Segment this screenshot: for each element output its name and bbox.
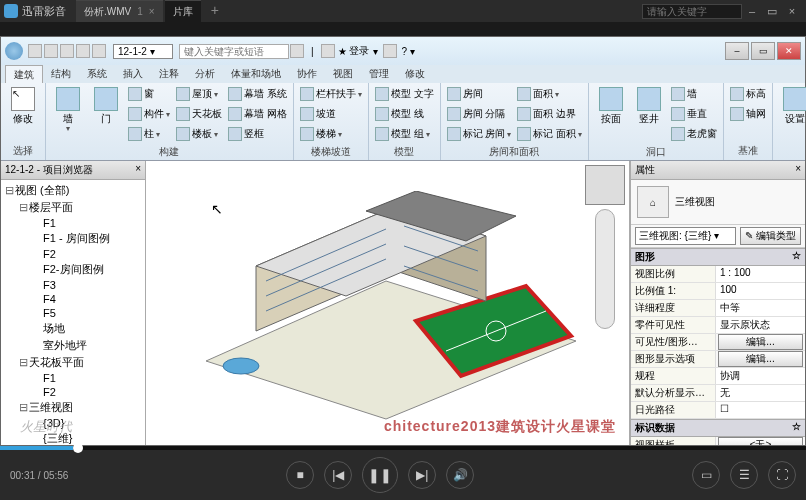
tree-item[interactable]: F2-房间图例 [3, 261, 143, 278]
close-icon[interactable]: × [149, 6, 155, 17]
tree-item[interactable]: F1 [3, 371, 143, 385]
settings-button[interactable]: ☰ [730, 461, 758, 489]
tree-item[interactable]: F2 [3, 247, 143, 261]
tree-item[interactable]: ⊟楼层平面 [3, 199, 143, 216]
open-file-button[interactable]: ▭ [692, 461, 720, 489]
room-sep-button[interactable]: 房间 分隔 [445, 105, 514, 123]
tag-area-button[interactable]: 标记 面积▾ [515, 125, 584, 143]
prop-row[interactable]: 零件可见性显示原状态 [631, 317, 805, 334]
fullscreen-button[interactable]: ⛶ [768, 461, 796, 489]
area-button[interactable]: 面积▾ [515, 85, 584, 103]
model-text-button[interactable]: 模型 文字 [373, 85, 436, 103]
dormer-button[interactable]: 老虎窗 [669, 125, 719, 143]
prop-row[interactable]: 视图比例1 : 100 [631, 266, 805, 283]
minimize-icon[interactable]: – [742, 5, 762, 17]
navigation-bar[interactable] [595, 209, 615, 329]
tree-item[interactable]: F2 [3, 385, 143, 399]
curtain-grid-button[interactable]: 幕墙 网格 [226, 105, 289, 123]
model-group-button[interactable]: 模型 组▾ [373, 125, 436, 143]
ramp-button[interactable]: 坡道 [298, 105, 364, 123]
component-button[interactable]: 构件▾ [126, 105, 172, 123]
doc-selector[interactable]: 12-1-2 ▾ [113, 44, 173, 59]
tree-item[interactable]: ⊟视图 (全部) [3, 182, 143, 199]
player-tab-library[interactable]: 片库 [165, 0, 201, 22]
qat-print-icon[interactable] [92, 44, 106, 58]
ribbon-tab-massing[interactable]: 体量和场地 [223, 65, 289, 83]
next-button[interactable]: ▶| [408, 461, 436, 489]
qat-undo-icon[interactable] [60, 44, 74, 58]
qat-open-icon[interactable] [28, 44, 42, 58]
floor-button[interactable]: 楼板▾ [174, 125, 224, 143]
maximize-icon[interactable]: ▭ [762, 5, 782, 18]
prop-row[interactable]: 可见性/图形…编辑... [631, 334, 805, 351]
mullion-button[interactable]: 竖框 [226, 125, 289, 143]
add-tab-button[interactable]: + [203, 0, 227, 22]
by-face-button[interactable]: 按面 [593, 85, 629, 126]
close-icon[interactable]: 1 [137, 6, 143, 17]
close-icon[interactable]: × [782, 5, 802, 17]
curtain-system-button[interactable]: 幕墙 系统 [226, 85, 289, 103]
level-button[interactable]: 标高 [728, 85, 768, 103]
view-cube[interactable] [585, 165, 625, 205]
window-button[interactable]: 窗 [126, 85, 172, 103]
panel-close-icon[interactable]: × [135, 163, 141, 177]
instance-selector[interactable]: 三维视图: {三维} ▾ [635, 227, 736, 245]
login-link[interactable]: 登录 [349, 44, 369, 58]
ribbon-tab-structure[interactable]: 结构 [43, 65, 79, 83]
ribbon-tab-view[interactable]: 视图 [325, 65, 361, 83]
progress-bar[interactable] [0, 446, 806, 450]
edit-type-button[interactable]: ✎ 编辑类型 [740, 227, 801, 245]
model-line-button[interactable]: 模型 线 [373, 105, 436, 123]
column-button[interactable]: 柱▾ [126, 125, 172, 143]
tree-item[interactable]: 室外地坪 [3, 337, 143, 354]
set-workplane-button[interactable]: 设置 [777, 85, 806, 126]
ribbon-tab-modify[interactable]: 修改 [397, 65, 433, 83]
tree-item[interactable]: F5 [3, 306, 143, 320]
search-icon[interactable] [290, 44, 304, 58]
subscription-icon[interactable] [321, 44, 335, 58]
app-maximize-button[interactable]: ▭ [751, 42, 775, 60]
railing-button[interactable]: 栏杆扶手▾ [298, 85, 364, 103]
prop-row[interactable]: 默认分析显示…无 [631, 385, 805, 402]
tag-room-button[interactable]: 标记 房间▾ [445, 125, 514, 143]
app-menu-orb[interactable] [5, 42, 23, 60]
properties-grid[interactable]: 图形☆视图比例1 : 100比例值 1:100详细程度中等零件可见性显示原状态可… [631, 248, 805, 445]
prop-row[interactable]: 视图样板<无> [631, 437, 805, 445]
prop-row[interactable]: 比例值 1:100 [631, 283, 805, 300]
qat-redo-icon[interactable] [76, 44, 90, 58]
modify-button[interactable]: ↖修改 [5, 85, 41, 126]
player-search-input[interactable] [642, 4, 742, 19]
ceiling-button[interactable]: 天花板 [174, 105, 224, 123]
vertical-opening-button[interactable]: 垂直 [669, 105, 719, 123]
prop-row[interactable]: 图形显示选项编辑... [631, 351, 805, 368]
tree-item[interactable]: F3 [3, 278, 143, 292]
ribbon-tab-analyze[interactable]: 分析 [187, 65, 223, 83]
exchange-icon[interactable] [383, 44, 397, 58]
tree-item[interactable]: F4 [3, 292, 143, 306]
progress-knob[interactable] [73, 443, 83, 453]
tree-item[interactable]: F1 [3, 216, 143, 230]
prop-row[interactable]: 规程协调 [631, 368, 805, 385]
roof-button[interactable]: 屋顶▾ [174, 85, 224, 103]
project-tree[interactable]: ⊟视图 (全部)⊟楼层平面F1F1 - 房间图例F2F2-房间图例F3F4F5场… [1, 180, 145, 445]
volume-button[interactable]: 🔊 [446, 461, 474, 489]
player-tab-video[interactable]: 份析.WMV 1 × [76, 0, 163, 22]
app-minimize-button[interactable]: – [725, 42, 749, 60]
prev-button[interactable]: |◀ [324, 461, 352, 489]
room-button[interactable]: 房间 [445, 85, 514, 103]
door-button[interactable]: 门 [88, 85, 124, 126]
tree-item[interactable]: F1 - 房间图例 [3, 230, 143, 247]
area-boundary-button[interactable]: 面积 边界 [515, 105, 584, 123]
ribbon-tab-insert[interactable]: 插入 [115, 65, 151, 83]
tree-item[interactable]: ⊟三维视图 [3, 399, 143, 416]
prop-row[interactable]: 详细程度中等 [631, 300, 805, 317]
shaft-button[interactable]: 竖井 [631, 85, 667, 126]
stop-button[interactable]: ■ [286, 461, 314, 489]
wall-button[interactable]: 墙▾ [50, 85, 86, 135]
app-close-button[interactable]: ✕ [777, 42, 801, 60]
viewport-3d[interactable]: ↖ [146, 161, 630, 445]
prop-section-header[interactable]: 标识数据☆ [631, 419, 805, 437]
ribbon-tab-systems[interactable]: 系统 [79, 65, 115, 83]
ribbon-tab-annotate[interactable]: 注释 [151, 65, 187, 83]
help-search-input[interactable] [179, 44, 289, 59]
